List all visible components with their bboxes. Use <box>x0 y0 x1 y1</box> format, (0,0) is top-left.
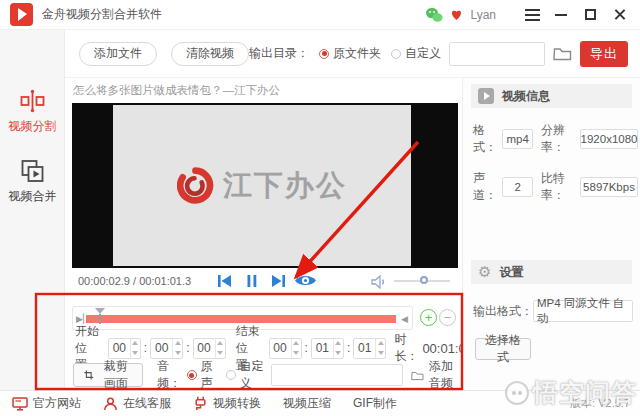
spinner-down[interactable] <box>216 348 225 358</box>
video-title: 怎么将多张图片做成表情包？—江下办公 <box>73 83 280 98</box>
sidebar-item-label: 视频分割 <box>9 118 57 135</box>
channel-value: 2 <box>502 177 533 197</box>
sidebar-item-video-split[interactable]: 视频分割 <box>0 88 65 135</box>
close-icon <box>613 8 626 21</box>
spinner-up[interactable] <box>376 339 385 349</box>
titlebar: 金舟视频分割合并软件 Lyan <box>0 0 640 30</box>
clear-video-button[interactable]: 清除视频 <box>171 42 249 66</box>
resolution-value: 1920x1080 <box>580 129 638 149</box>
output-dir-label: 输出目录： <box>249 45 309 62</box>
pause-button[interactable] <box>246 274 258 288</box>
browse-folder-button[interactable] <box>553 46 572 61</box>
info-panel: 视频信息 格式： mp4 分辨率： 1920x1080 声道： 2 比特率： 5… <box>462 78 640 390</box>
audio-row: 裁剪画面 音频： 原声 自定义 添加音频 <box>73 363 462 387</box>
audio-path-input[interactable] <box>271 364 403 386</box>
volume-slider-knob[interactable] <box>420 276 428 284</box>
format-row: 格式： mp4 分辨率： 1920x1080 <box>473 122 640 156</box>
output-format-value: MP4 同源文件 自动 <box>533 300 633 322</box>
plug-icon <box>193 396 208 411</box>
hamburger-icon <box>525 14 540 16</box>
vip-badge-icon[interactable] <box>450 8 463 21</box>
video-watermark-text: 江下办公 <box>223 166 347 206</box>
timeline-zoom-in-button[interactable]: + <box>420 309 437 326</box>
sidebar-item-label: 视频合并 <box>9 188 57 205</box>
export-button[interactable]: 导出 <box>580 41 628 67</box>
spinner-up[interactable] <box>334 339 343 349</box>
minimize-icon <box>555 14 567 16</box>
audio-custom-label: 自定义 <box>240 358 265 392</box>
video-compress-link[interactable]: 视频压缩 <box>283 395 331 412</box>
time-display: 00:00:02.9 / 00:01:01.3 <box>78 275 191 287</box>
spinner-down[interactable] <box>334 348 343 358</box>
choose-format-button[interactable]: 选择格式 <box>475 338 531 360</box>
audio-label: 音频： <box>157 358 182 392</box>
output-path-input[interactable] <box>449 42 545 66</box>
radio-audio-custom[interactable] <box>226 370 236 380</box>
video-frame: 江下办公 <box>113 105 411 266</box>
timeline-right-handle[interactable]: ◀ <box>401 313 408 325</box>
preview-eye-button[interactable] <box>294 273 317 288</box>
end-minute-stepper[interactable]: 01 <box>311 338 344 359</box>
spinner-up[interactable] <box>216 339 225 349</box>
folder-icon <box>411 368 424 383</box>
sidebar: 视频分割 视频合并 <box>0 30 65 390</box>
next-frame-button[interactable] <box>271 274 286 288</box>
radio-original-folder[interactable] <box>319 49 329 59</box>
start-hour-stepper[interactable]: 00 <box>108 338 141 359</box>
start-second-stepper[interactable]: 00 <box>193 338 226 359</box>
pause-icon <box>246 274 258 288</box>
eye-icon <box>294 273 317 288</box>
settings-header: ⚙ 设置 <box>471 260 632 284</box>
video-merge-icon <box>19 158 46 184</box>
speaker-icon <box>371 275 388 289</box>
toolbar: 添加文件 清除视频 输出目录： 原文件夹 自定义 导出 <box>65 30 640 78</box>
close-button[interactable] <box>608 4 630 26</box>
gif-maker-link[interactable]: GIF制作 <box>353 395 397 412</box>
spinner-down[interactable] <box>292 348 301 358</box>
volume-slider[interactable] <box>394 280 450 282</box>
spinner-up[interactable] <box>131 339 140 349</box>
version-text: 版本: V2.5.7 <box>570 396 630 411</box>
volume-button[interactable] <box>371 275 388 289</box>
start-minute-stepper[interactable]: 00 <box>150 338 183 359</box>
video-info-icon <box>478 88 494 104</box>
format-value: mp4 <box>502 129 533 149</box>
online-service-link[interactable]: 在线客服 <box>103 395 171 412</box>
official-website-link[interactable]: 官方网站 <box>12 395 81 412</box>
radio-audio-original[interactable] <box>187 370 197 380</box>
spinner-down[interactable] <box>173 348 182 358</box>
timeline-zoom-out-button[interactable]: − <box>439 309 456 326</box>
radio-custom-folder[interactable] <box>391 49 401 59</box>
customer-service-icon <box>103 397 118 411</box>
spinner-up[interactable] <box>173 339 182 349</box>
end-hour-stepper[interactable]: 00 <box>269 338 302 359</box>
spinner-up[interactable] <box>292 339 301 349</box>
app-logo-icon <box>10 3 33 26</box>
wechat-icon[interactable] <box>425 7 443 23</box>
minimize-button[interactable] <box>550 4 572 26</box>
end-second-stepper[interactable]: 01 <box>353 338 386 359</box>
custom-folder-label: 自定义 <box>405 45 441 62</box>
sidebar-item-video-merge[interactable]: 视频合并 <box>0 158 65 205</box>
menu-button[interactable] <box>521 4 543 26</box>
maximize-button[interactable] <box>579 4 601 26</box>
audio-original-label: 原声 <box>201 358 218 392</box>
playback-controls: 00:00:02.9 / 00:01:01.3 <box>72 270 458 294</box>
video-convert-link[interactable]: 视频转换 <box>193 395 261 412</box>
video-split-icon <box>19 88 46 114</box>
add-file-button[interactable]: 添加文件 <box>79 42 157 66</box>
app-window: 金舟视频分割合并软件 Lyan 视频分割 <box>0 0 640 416</box>
maximize-icon <box>585 9 596 20</box>
workspace: 怎么将多张图片做成表情包？—江下办公 江下办公 00:00:02.9 / 00:… <box>65 78 462 390</box>
crop-icon <box>84 368 94 382</box>
prev-frame-icon <box>217 274 232 288</box>
crop-frame-button[interactable]: 裁剪画面 <box>73 363 143 387</box>
spinner-down[interactable] <box>376 348 385 358</box>
channel-row: 声道： 2 比特率： 5897Kbps <box>473 170 640 204</box>
format-label: 格式： <box>473 122 502 156</box>
spinner-down[interactable] <box>131 348 140 358</box>
add-audio-button[interactable]: 添加音频 <box>411 358 462 392</box>
monitor-icon <box>12 397 28 411</box>
official-website-label: 官方网站 <box>33 395 81 412</box>
prev-frame-button[interactable] <box>217 274 232 288</box>
